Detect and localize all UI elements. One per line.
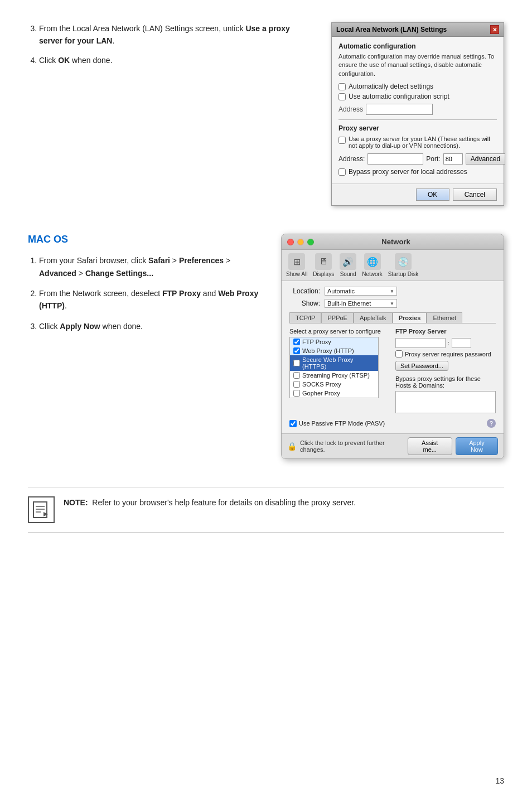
toolbar-network[interactable]: 🌐 Network [362,253,383,277]
advanced-bold: Advanced [39,269,76,278]
windows-step-4: Click OK when done. [39,54,309,66]
address-input[interactable] [366,104,433,115]
ftp-proxy-checkbox[interactable] [293,339,300,345]
assist-me-button[interactable]: Assist me... [408,437,452,455]
web-proxy-checkbox[interactable] [293,347,300,354]
ftp-proxy-config-panel: FTP Proxy Server : Proxy server requires… [395,328,496,414]
lan-cancel-button[interactable]: Cancel [453,189,497,201]
port-label: Port: [426,155,440,163]
safari-bold: Safari [148,256,170,265]
mac-section: MAC OS From your Safari browser, click S… [28,234,504,459]
address-row: Address [338,104,497,115]
proxy-item-web[interactable]: Web Proxy (HTTP) [290,346,378,355]
auto-config-script-checkbox[interactable] [338,93,346,100]
toolbar-startup-disk[interactable]: 💿 Startup Disk [388,253,418,277]
help-icon[interactable]: ? [487,419,496,428]
network-label: Network [362,271,383,277]
show-select[interactable]: Built-in Ethernet ▼ [325,299,397,308]
auto-config-script-row[interactable]: Use automatic configuration script [338,93,497,100]
location-arrow-icon: ▼ [390,289,394,294]
ftp-proxy-label: FTP Proxy [302,339,331,345]
toolbar-show-all[interactable]: ⊞ Show All [286,253,307,277]
bypass-row[interactable]: Bypass proxy server for local addresses [338,168,497,176]
proxy-item-secure-web[interactable]: Secure Web Proxy (HTTPS) [290,355,378,371]
prefs-bold: Preferences [179,256,224,265]
note-icon [28,496,55,523]
proxy-address-input[interactable] [367,153,423,165]
tab-tcpip[interactable]: TCP/IP [289,312,321,323]
tab-pppoe[interactable]: PPPoE [321,312,353,323]
apply-now-button[interactable]: Apply Now [456,437,498,455]
tab-ethernet[interactable]: Ethernet [427,312,462,323]
proxy-port-input[interactable] [443,153,463,165]
proxy-list: FTP Proxy Web Proxy (HTTP) Secure Web Pr… [289,337,379,398]
web-proxy-bold: Web Proxy (HTTP) [39,289,258,310]
ftp-colon: : [448,340,449,346]
lan-dialog-body: Automatic configuration Automatic config… [332,37,504,183]
windows-step-3: From the Local Area Network (LAN) Settin… [39,22,309,47]
passive-ftp-row: Use Passive FTP Mode (PASV) ? [289,419,496,428]
set-password-button[interactable]: Set Password... [395,361,448,371]
page-number: 13 [495,776,504,785]
address-label: Address [338,105,363,113]
auto-detect-checkbox[interactable] [338,83,346,90]
lan-ok-button[interactable]: OK [416,189,449,201]
streaming-proxy-label: Streaming Proxy (RTSP) [302,372,370,379]
gopher-proxy-checkbox[interactable] [293,390,300,397]
bypass-label: Bypass proxy server for local addresses [349,168,467,176]
requires-password-label: Proxy server requires password [405,351,491,357]
gopher-proxy-label: Gopher Proxy [302,390,340,397]
displays-label: Displays [313,271,334,277]
show-label: Show: [289,299,320,307]
network-minimize-button[interactable] [297,239,304,245]
toolbar-displays[interactable]: 🖥 Displays [313,253,334,277]
location-select[interactable]: Automatic ▼ [325,287,397,296]
bypass-checkbox[interactable] [338,168,346,176]
lan-dialog: Local Area Network (LAN) Settings ✕ Auto… [331,22,504,206]
passive-ftp-checkbox-row[interactable]: Use Passive FTP Mode (PASV) [289,420,385,427]
ftp-port-input[interactable] [452,338,471,348]
ftp-address-row: : [395,338,496,348]
sound-icon: 🔊 [340,253,356,270]
network-body: Location: Automatic ▼ Show: Built-in Eth… [282,281,504,433]
tab-proxies[interactable]: Proxies [393,312,427,323]
network-title-bar: Network [282,234,504,250]
note-text: NOTE: Refer to your browser's help featu… [64,496,356,509]
proxy-item-streaming[interactable]: Streaming Proxy (RTSP) [290,371,378,380]
toolbar-sound[interactable]: 🔊 Sound [340,253,356,277]
socks-proxy-checkbox[interactable] [293,381,300,388]
lan-dialog-title: Local Area Network (LAN) Settings [336,26,447,33]
network-close-button[interactable] [287,239,294,245]
streaming-proxy-checkbox[interactable] [293,372,300,379]
proxy-item-ftp[interactable]: FTP Proxy [290,337,378,346]
network-maximize-button[interactable] [307,239,314,245]
advanced-button[interactable]: Advanced [466,153,505,165]
requires-password-checkbox[interactable] [395,350,403,357]
show-all-label: Show All [286,271,307,277]
tab-appletalk[interactable]: AppleTalk [354,312,393,323]
bypass-hosts-input[interactable] [395,391,496,413]
secure-web-proxy-label: Secure Web Proxy (HTTPS) [302,356,375,370]
secure-web-proxy-checkbox[interactable] [293,360,300,366]
show-all-icon: ⊞ [288,253,305,270]
passive-ftp-checkbox[interactable] [289,420,297,427]
displays-icon: 🖥 [315,253,332,270]
mac-step-3: Cllick Apply Now when done. [39,320,259,332]
network-dialog-title: Network [317,238,475,246]
ftp-server-input[interactable] [395,338,446,348]
auto-config-script-label: Use automatic configuration script [349,93,449,100]
ok-bold-text: OK [58,56,70,65]
lan-close-button[interactable]: ✕ [490,25,499,34]
sound-label: Sound [340,271,356,277]
proxy-item-gopher[interactable]: Gopher Proxy [290,389,378,398]
mac-step-2: From the Network screen, deselect FTP Pr… [39,287,259,312]
address-port-row: Address: Port: Advanced [338,153,497,165]
proxy-use-checkbox[interactable] [338,137,346,144]
auto-detect-row[interactable]: Automatically detect settings [338,83,497,90]
web-proxy-label: Web Proxy (HTTP) [302,347,354,354]
ftp-proxy-bold: FTP Proxy [162,289,201,298]
network-tabs: TCP/IP PPPoE AppleTalk Proxies Ethernet [289,312,496,323]
note-content: Refer to your browser's help feature for… [92,498,356,507]
proxy-item-socks[interactable]: SOCKS Proxy [290,380,378,389]
proxy-use-row[interactable]: Use a proxy server for your LAN (These s… [338,136,497,149]
